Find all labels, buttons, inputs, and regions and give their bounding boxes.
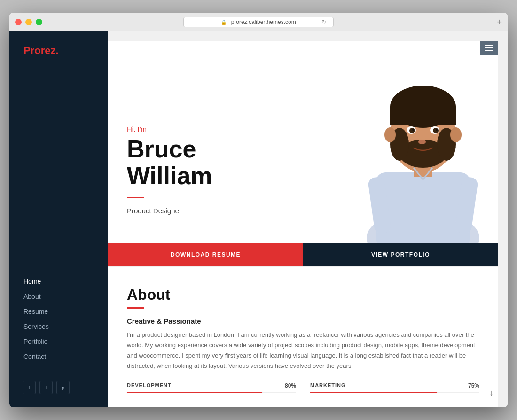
skill-marketing: MARKETING 75% bbox=[310, 382, 479, 393]
facebook-link[interactable]: f bbox=[23, 381, 36, 394]
person-illustration bbox=[348, 41, 498, 243]
svg-point-10 bbox=[384, 127, 396, 142]
url-bar[interactable]: 🔒 prorez.caliberthemes.com bbox=[183, 17, 334, 27]
svg-point-14 bbox=[409, 128, 415, 133]
refresh-icon[interactable]: ↻ bbox=[322, 19, 327, 25]
skill-marketing-header: MARKETING 75% bbox=[310, 382, 479, 389]
nav-item-services[interactable]: Services bbox=[9, 319, 108, 334]
twitter-icon: t bbox=[45, 385, 47, 390]
hero-divider bbox=[127, 197, 144, 198]
about-divider bbox=[127, 307, 144, 309]
hero-text: Hi, I'm Bruce William Product Designer bbox=[108, 106, 348, 243]
app-body: Prorez. Home About Resume Services Portf… bbox=[9, 31, 508, 407]
pinterest-link[interactable]: p bbox=[56, 381, 70, 394]
titlebar: 🔒 prorez.caliberthemes.com ↻ + bbox=[9, 13, 508, 31]
about-body: I'm a product designer based in London. … bbox=[127, 330, 479, 371]
nav-item-contact[interactable]: Contact bbox=[9, 349, 108, 364]
nav-item-home[interactable]: Home bbox=[9, 274, 108, 289]
hero-name-line2: William bbox=[127, 162, 212, 189]
view-portfolio-button[interactable]: VIEW PORTFOLIO bbox=[303, 243, 498, 266]
maximize-button[interactable] bbox=[36, 19, 42, 25]
skills-row: DEVELOPMENT 80% MARKETING 75% bbox=[127, 382, 479, 393]
svg-point-15 bbox=[433, 128, 439, 133]
skill-marketing-label: MARKETING bbox=[310, 382, 346, 389]
about-section: About Creative & Passionate I'm a produc… bbox=[108, 267, 498, 407]
hamburger-line-3 bbox=[485, 50, 494, 51]
cta-bar: DOWNLOAD RESUME VIEW PORTFOLIO bbox=[108, 243, 498, 266]
logo-text: Prorez bbox=[24, 45, 55, 56]
svg-point-17 bbox=[436, 129, 438, 131]
social-links: f t p bbox=[9, 373, 108, 407]
svg-point-18 bbox=[418, 140, 426, 144]
about-subtitle: Creative & Passionate bbox=[127, 317, 479, 325]
close-button[interactable] bbox=[15, 19, 22, 25]
skill-marketing-percent: 75% bbox=[468, 382, 479, 389]
skill-development-percent: 80% bbox=[285, 382, 296, 389]
nav-item-about[interactable]: About bbox=[9, 289, 108, 304]
hero-section: Hi, I'm Bruce William Product Designer bbox=[108, 41, 498, 243]
twitter-link[interactable]: t bbox=[39, 381, 53, 394]
hero-image bbox=[348, 41, 498, 243]
skill-development: DEVELOPMENT 80% bbox=[127, 382, 296, 393]
sidebar: Prorez. Home About Resume Services Portf… bbox=[9, 31, 108, 407]
sidebar-spacer bbox=[9, 68, 108, 274]
minimize-button[interactable] bbox=[25, 19, 32, 25]
hero-name: Bruce William bbox=[127, 136, 329, 189]
hero-greeting: Hi, I'm bbox=[127, 125, 329, 133]
skill-development-label: DEVELOPMENT bbox=[127, 382, 172, 389]
scroll-down-arrow[interactable]: ↓ bbox=[489, 388, 494, 398]
main-content: Hi, I'm Bruce William Product Designer bbox=[108, 31, 508, 407]
facebook-icon: f bbox=[28, 385, 30, 390]
add-tab-button[interactable]: + bbox=[497, 18, 502, 26]
svg-rect-6 bbox=[390, 107, 456, 125]
hero-name-line1: Bruce bbox=[127, 135, 196, 163]
download-resume-button[interactable]: DOWNLOAD RESUME bbox=[108, 243, 303, 266]
lock-icon: 🔒 bbox=[221, 20, 227, 25]
svg-point-11 bbox=[450, 127, 462, 142]
hamburger-line-1 bbox=[485, 45, 494, 46]
hamburger-button[interactable] bbox=[480, 41, 498, 55]
nav-item-resume[interactable]: Resume bbox=[9, 304, 108, 319]
skill-development-bar-fill bbox=[127, 392, 262, 393]
hero-job-title: Product Designer bbox=[127, 207, 329, 215]
logo: Prorez. bbox=[9, 31, 108, 68]
skill-marketing-bar-fill bbox=[310, 392, 437, 393]
svg-rect-2 bbox=[376, 172, 470, 243]
sidebar-nav: Home About Resume Services Portfolio Con… bbox=[9, 274, 108, 373]
skill-marketing-bar-bg bbox=[310, 392, 479, 393]
skill-development-header: DEVELOPMENT 80% bbox=[127, 382, 296, 389]
svg-point-16 bbox=[412, 129, 414, 131]
logo-dot: . bbox=[55, 45, 58, 56]
pinterest-icon: p bbox=[62, 385, 64, 390]
hamburger-line-2 bbox=[485, 47, 494, 48]
nav-item-portfolio[interactable]: Portfolio bbox=[9, 334, 108, 349]
mac-window: 🔒 prorez.caliberthemes.com ↻ + Prorez. H… bbox=[9, 13, 508, 407]
about-title: About bbox=[127, 286, 479, 303]
window-controls bbox=[15, 19, 42, 25]
url-text: prorez.caliberthemes.com bbox=[231, 19, 296, 25]
skill-development-bar-bg bbox=[127, 392, 296, 393]
